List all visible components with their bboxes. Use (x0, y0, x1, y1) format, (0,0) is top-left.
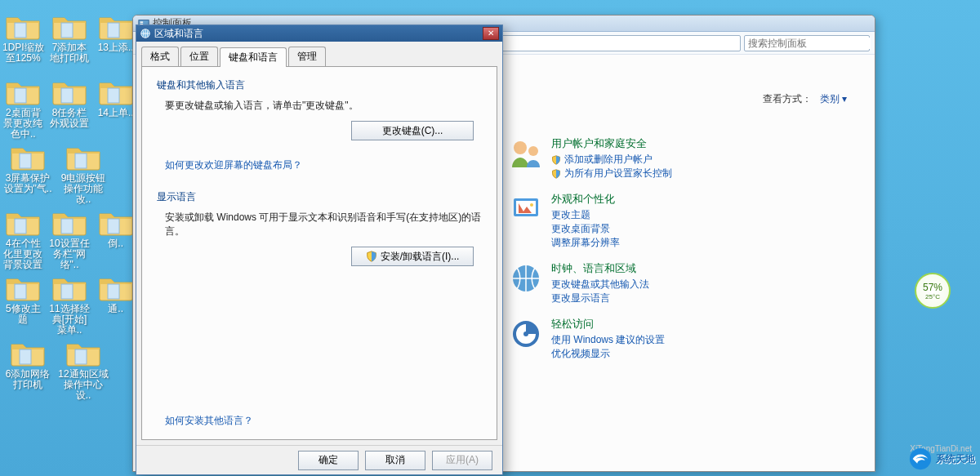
svg-rect-7 (75, 153, 87, 168)
folder-icon (10, 338, 46, 367)
svg-rect-12 (61, 284, 73, 299)
svg-rect-5 (108, 88, 119, 103)
svg-rect-2 (108, 23, 119, 38)
svg-point-25 (530, 203, 533, 207)
category-link[interactable]: 更改显示语言 (551, 291, 649, 305)
link-welcome-layout[interactable]: 如何更改欢迎屏幕的键盘布局？ (165, 158, 482, 172)
group-keyboard-title: 键盘和其他输入语言 (157, 78, 482, 92)
category-link[interactable]: 更改主题 (551, 208, 620, 222)
search-box[interactable] (744, 35, 870, 51)
folder-icon (51, 77, 87, 106)
ok-button[interactable]: 确定 (298, 451, 359, 470)
dialog-titlebar[interactable]: 区域和语言 ✕ (136, 25, 502, 42)
category-link[interactable]: 优化视频显示 (551, 347, 665, 361)
category-list: 用户帐户和家庭安全添加或删除用户帐户为所有用户设置家长控制外观和个性化更改主题更… (509, 136, 672, 372)
desktop-icon-label: 9电源按钮操作功能改.. (56, 173, 111, 205)
desktop-folder[interactable]: 12通知区域操作中心设.. (56, 338, 111, 403)
search-input[interactable] (748, 38, 871, 49)
folder-icon (51, 207, 87, 237)
desktop-folder[interactable]: 5修改主题 (0, 273, 47, 338)
region-language-dialog: 区域和语言 ✕ 格式位置键盘和语言管理 键盘和其他输入语言 要更改键盘或输入语言… (136, 24, 503, 475)
desktop-icon-label: 11选择经典[开始]菜单.. (47, 304, 93, 336)
category-title[interactable]: 外观和个性化 (551, 192, 620, 207)
tab-3[interactable]: 管理 (288, 47, 326, 66)
desktop-folder[interactable]: 10设置任务栏"网络".. (47, 207, 93, 273)
shield-icon (551, 169, 561, 179)
category-icon (509, 317, 543, 351)
group-display-lang: 显示语言 安装或卸载 Windows 可用于显示文本和识别语音和手写(在支持地区… (157, 190, 482, 266)
desktop-folder[interactable]: 4在个性化里更改背景设置 (0, 207, 47, 273)
category-title[interactable]: 轻松访问 (551, 317, 665, 331)
svg-rect-4 (61, 88, 73, 103)
folder-icon (65, 142, 101, 171)
desktop-folder[interactable]: 9电源按钮操作功能改.. (56, 142, 111, 207)
watermark-text: 系统天地 (936, 452, 975, 466)
folder-icon (5, 77, 41, 106)
folder-icon (98, 273, 134, 302)
category-link[interactable]: 调整屏幕分辨率 (551, 236, 620, 250)
category-title[interactable]: 用户帐户和家庭安全 (551, 136, 672, 151)
widget-temp: 25°C (925, 293, 940, 300)
cancel-button[interactable]: 取消 (365, 451, 425, 470)
tab-2[interactable]: 键盘和语言 (220, 47, 287, 67)
desktop-folder[interactable]: 7添加本地打印机 (47, 11, 93, 77)
svg-rect-13 (108, 284, 119, 299)
desktop-icon-label: 12通知区域操作中心设.. (56, 369, 111, 401)
tab-1[interactable]: 位置 (180, 47, 218, 66)
desktop-folder[interactable]: 3屏幕保护设置为"气.. (0, 142, 56, 207)
svg-rect-10 (108, 219, 119, 234)
svg-rect-15 (75, 349, 87, 364)
tab-strip: 格式位置键盘和语言管理 (136, 42, 502, 66)
widget-percent: 57% (923, 282, 942, 293)
folder-icon (65, 338, 101, 367)
folder-icon (51, 11, 87, 41)
svg-rect-14 (20, 349, 31, 364)
temperature-widget[interactable]: 57% 25°C (915, 273, 951, 309)
folder-icon (98, 77, 134, 106)
category-icon (509, 136, 543, 171)
desktop-folder[interactable]: 11选择经典[开始]菜单.. (47, 273, 93, 338)
category-item: 外观和个性化更改主题更改桌面背景调整屏幕分辨率 (509, 192, 672, 250)
category-item: 轻松访问使用 Windows 建议的设置优化视频显示 (509, 317, 672, 361)
category-link[interactable]: 更改桌面背景 (551, 222, 620, 236)
category-icon (509, 192, 543, 226)
shield-uac-icon (366, 251, 377, 262)
category-link[interactable]: 添加或删除用户帐户 (551, 153, 672, 167)
desktop-icon-label: 4在个性化里更改背景设置 (0, 238, 47, 270)
svg-rect-3 (15, 88, 26, 103)
link-install-other[interactable]: 如何安装其他语言？ (165, 414, 482, 428)
svg-rect-11 (15, 284, 26, 299)
desktop-folder[interactable]: 6添加网络打印机 (0, 338, 56, 403)
swirl-icon (908, 447, 933, 471)
category-item: 用户帐户和家庭安全添加或删除用户帐户为所有用户设置家长控制 (509, 136, 672, 180)
desktop-icon-label: 1DPI缩放至125% (0, 42, 47, 64)
category-icon (509, 261, 543, 296)
category-title[interactable]: 时钟、语言和区域 (551, 261, 649, 276)
svg-point-22 (528, 146, 538, 156)
desktop-icon-label: 10设置任务栏"网络".. (47, 238, 93, 270)
desktop-folder[interactable]: 1DPI缩放至125% (0, 11, 47, 77)
group-display-text: 安装或卸载 Windows 可用于显示文本和识别语音和手写(在支持地区)的语言。 (165, 211, 482, 238)
folder-icon (10, 142, 46, 171)
desktop-folder[interactable]: 8任务栏外观设置 (47, 77, 93, 142)
svg-rect-9 (61, 219, 73, 234)
svg-rect-8 (15, 219, 26, 234)
view-mode-dropdown[interactable]: 类别 ▾ (820, 93, 847, 105)
desktop-folder[interactable]: 2桌面背景更改纯色中.. (0, 77, 47, 142)
group-keyboard-text: 要更改键盘或输入语言，请单击"更改键盘"。 (165, 99, 482, 113)
apply-button[interactable]: 应用(A) (432, 451, 492, 470)
change-keyboard-button[interactable]: 更改键盘(C)... (351, 121, 474, 140)
dialog-footer: 确定 取消 应用(A) (136, 445, 502, 474)
tab-0[interactable]: 格式 (141, 47, 179, 66)
svg-point-21 (514, 141, 527, 154)
folder-icon (98, 207, 134, 237)
close-button[interactable]: ✕ (483, 27, 499, 40)
svg-rect-0 (15, 23, 26, 38)
folder-icon (5, 273, 41, 302)
category-item: 时钟、语言和区域更改键盘或其他输入法更改显示语言 (509, 261, 672, 305)
category-link[interactable]: 更改键盘或其他输入法 (551, 278, 649, 291)
category-link[interactable]: 使用 Windows 建议的设置 (551, 333, 665, 347)
install-language-button[interactable]: 安装/卸载语言(I)... (351, 247, 474, 266)
category-link[interactable]: 为所有用户设置家长控制 (551, 167, 672, 180)
svg-rect-1 (61, 23, 73, 38)
